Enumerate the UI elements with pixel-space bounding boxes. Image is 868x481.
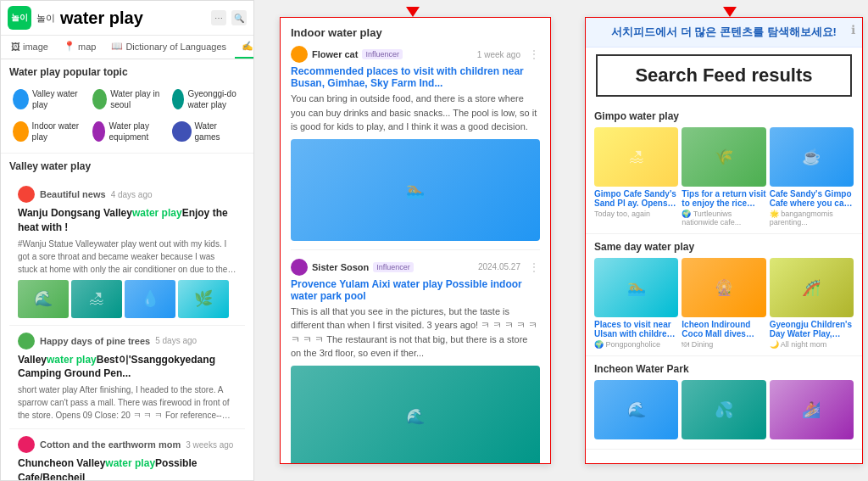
right-top-banner: 서치피드에서 더 많은 콘텐츠를 탐색해보세요!	[586, 18, 862, 48]
right-gimpo-card-1[interactable]: 🏖 Gimpo Cafe Sandy's Sand Pl ay. Opens 0…	[594, 127, 678, 227]
valley-section: Valley water play Beautiful news 4 days …	[1, 154, 253, 481]
right-gimpo-card-2-source: 🌍 Turtleuniws nationwide cafe...	[682, 210, 765, 227]
tab-dictionary[interactable]: 📖 Dictionary of Languages	[104, 36, 233, 59]
valley-post-3[interactable]: Cotton and the earthworm mom 3 weeks ago…	[9, 429, 245, 481]
popular-item-2[interactable]: Water play in seoul	[89, 85, 165, 114]
mid-post-2[interactable]: Sister Soson Influencer 2024.05.27 ⋮ Pro…	[291, 259, 540, 465]
search-query: water play	[60, 8, 206, 28]
right-sameday-card-3-title: Gyeongju Children's Day Water Play, Awes…	[770, 320, 854, 338]
right-incheon-img-2: 💦	[682, 380, 765, 439]
right-gimpo-card-2[interactable]: 🌾 Tips for a return visit to enjoy the r…	[682, 127, 765, 227]
mid-post-1-title[interactable]: Recommended places to visit with childre…	[291, 65, 540, 89]
blog-icon: ✍	[242, 41, 253, 52]
popular-label-4: Indoor water play	[32, 120, 82, 143]
mid-post-2-author: Sister Soson	[312, 262, 369, 272]
right-gimpo-cards: 🏖 Gimpo Cafe Sandy's Sand Pl ay. Opens 0…	[594, 127, 854, 227]
nav-tabs: 🖼 image 📍 map 📖 Dictionary of Languages …	[1, 36, 253, 59]
popular-topic-section: Water play popular topic Valley water pl…	[1, 59, 253, 154]
valley-post-1-date: 4 days ago	[111, 190, 153, 199]
valley-post-2-title: Valleywater playBest이'Ssanggokyedang Cam…	[18, 353, 236, 382]
popular-label-3: Gyeonggi-do water play	[187, 88, 242, 110]
valley-img-3: 💧	[125, 280, 175, 318]
popular-item-5[interactable]: Water play equipment	[89, 117, 165, 146]
left-panel: 놀이 놀이 water play ⋯ 🔍 🖼 image 📍 map 📖 Dic…	[0, 0, 254, 481]
right-sameday-img-2: 🎡	[682, 258, 765, 317]
right-incheon-card-1[interactable]: 🌊	[594, 380, 678, 442]
mid-indoor-title: Indoor water play	[291, 26, 540, 39]
popular-label-1: Valley water play	[32, 88, 82, 110]
mid-post-2-date: 2024.05.27	[478, 262, 520, 271]
mid-indoor-section: Indoor water play Flower cat Influencer …	[281, 18, 550, 464]
right-sameday-cards: 🏊 Places to visit near Ulsan with childr…	[594, 258, 854, 349]
info-icon[interactable]: ℹ	[851, 23, 855, 36]
right-gimpo-card-3[interactable]: ☕ Cafe Sandy's Gimpo Cafe where you can …	[770, 127, 854, 227]
mid-post-2-title[interactable]: Provence Yulam Aixi water play Possible …	[291, 278, 540, 302]
mid-post-1[interactable]: Flower cat Influencer 1 week ago ⋮ Recom…	[291, 46, 540, 250]
popular-avatar-1	[13, 89, 29, 109]
popular-item-1[interactable]: Valley water play	[9, 85, 86, 114]
mid-post-2-image: 🌊	[291, 366, 540, 465]
right-sameday-card-3-source: 🌙 All night mom	[770, 340, 854, 349]
naver-label: 놀이	[36, 12, 55, 25]
valley-post-1-body: #Wanju Statue Valleywater play went out …	[18, 238, 236, 276]
right-sameday-card-2[interactable]: 🎡 Icheon Indiround Coco Mall dives Gyeon…	[682, 258, 765, 349]
popular-topic-title: Water play popular topic	[9, 66, 245, 78]
tab-image[interactable]: 🖼 image	[4, 36, 55, 59]
valley-post-2-body: short water play After finishing, I head…	[18, 383, 236, 422]
valley-post-3-date: 3 weeks ago	[186, 440, 233, 450]
right-incheon-card-2[interactable]: 💦	[682, 380, 765, 442]
top-bar: 놀이 놀이 water play ⋯ 🔍	[1, 1, 253, 36]
mid-post-1-more-icon[interactable]: ⋮	[528, 48, 540, 61]
search-icon[interactable]: 🔍	[231, 10, 247, 25]
valley-post-2[interactable]: Happy days of pine trees 5 days ago Vall…	[9, 326, 245, 430]
right-gimpo-section: Gimpo water play 🏖 Gimpo Cafe Sandy's Sa…	[586, 103, 862, 234]
naver-logo: 놀이	[8, 6, 31, 30]
right-sameday-card-1-source: 🌍 Pongpongholice	[594, 340, 678, 349]
valley-post-1-images: 🌊 🏖 💧 🌿	[18, 280, 236, 318]
valley-post-3-avatar	[18, 436, 35, 453]
right-gimpo-title: Gimpo water play	[594, 110, 854, 122]
popular-grid: Valley water play Water play in seoul Gy…	[9, 85, 245, 146]
valley-post-1[interactable]: Beautiful news 4 days ago Wanju Dongsang…	[9, 179, 245, 326]
right-sameday-card-1[interactable]: 🏊 Places to visit near Ulsan with childr…	[594, 258, 678, 349]
valley-img-2: 🏖	[71, 280, 122, 318]
mid-post-1-avatar	[291, 46, 308, 63]
valley-img-4: 🌿	[178, 280, 229, 318]
mid-post-1-author: Flower cat	[312, 49, 358, 59]
right-incheon-section: Incheon Water Park 🌊 💦 🏄	[586, 356, 862, 450]
right-banner-text: 서치피드에서 더 많은 콘텐츠를 탐색해보세요!	[596, 25, 852, 40]
search-feed-title: Search Feed results	[606, 64, 842, 87]
right-gimpo-card-1-source: Today too, again	[594, 210, 678, 218]
mid-post-2-meta: Sister Soson Influencer 2024.05.27 ⋮	[291, 259, 540, 276]
right-sameday-img-3: 🎢	[770, 258, 854, 317]
right-gimpo-card-1-title: Gimpo Cafe Sandy's Sand Pl ay. Opens 09 …	[594, 189, 678, 208]
tab-blog[interactable]: ✍ blog	[235, 36, 253, 59]
right-incheon-img-3: 🏄	[770, 380, 854, 439]
popular-item-3[interactable]: Gyeonggi-do water play	[169, 85, 245, 114]
right-sameday-title: Same day water play	[594, 241, 854, 253]
mid-post-1-badge: Influencer	[362, 49, 403, 59]
right-incheon-cards: 🌊 💦 🏄	[594, 380, 854, 442]
mid-post-2-more-icon[interactable]: ⋮	[528, 260, 540, 274]
popular-avatar-6	[172, 121, 192, 142]
valley-post-2-meta: Happy days of pine trees 5 days ago	[18, 333, 236, 350]
valley-post-1-meta: Beautiful news 4 days ago	[18, 186, 236, 203]
right-gimpo-card-3-source: 🌟 bangangmomis parenting...	[770, 210, 854, 227]
valley-post-3-title: Chuncheon Valleywater playPossible Cafe/…	[18, 456, 236, 481]
middle-arrow	[406, 7, 420, 17]
tab-map[interactable]: 📍 map	[57, 36, 103, 59]
menu-icon[interactable]: ⋯	[211, 10, 226, 25]
popular-item-6[interactable]: Water games	[169, 117, 245, 146]
right-sameday-img-1: 🏊	[594, 258, 678, 317]
popular-label-2: Water play in seoul	[110, 88, 162, 110]
popular-label-5: Water play equipment	[108, 120, 162, 143]
right-arrow	[723, 7, 737, 17]
dictionary-icon: 📖	[111, 41, 123, 52]
right-incheon-img-1: 🌊	[594, 380, 678, 439]
popular-avatar-4	[13, 121, 29, 142]
right-sameday-card-3[interactable]: 🎢 Gyeongju Children's Day Water Play, Aw…	[770, 258, 854, 349]
valley-img-1: 🌊	[18, 280, 69, 318]
popular-item-4[interactable]: Indoor water play	[9, 117, 86, 146]
popular-avatar-2	[92, 89, 107, 109]
right-incheon-card-3[interactable]: 🏄	[770, 380, 854, 442]
